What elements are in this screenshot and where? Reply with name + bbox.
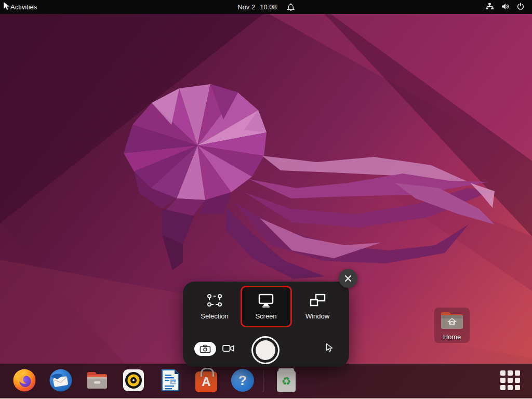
dock-background (0, 364, 532, 399)
notification-bell-icon (287, 3, 295, 11)
close-icon (344, 275, 352, 282)
selection-icon (205, 293, 224, 309)
folder-home-glyph (440, 311, 464, 330)
dock-files-icon[interactable] (85, 368, 110, 393)
capture-controls-row (183, 340, 349, 367)
software-bag-letter: A (202, 375, 210, 389)
ubuntu-desktop: Activities Nov 2 10:08 (0, 0, 532, 399)
pointer-icon (325, 343, 334, 353)
screen-icon (257, 293, 275, 309)
dock-show-applications-button[interactable] (498, 368, 523, 393)
dock-rhythmbox-icon[interactable] (121, 368, 146, 393)
mode-window-button[interactable]: Window (292, 286, 343, 327)
top-panel: Activities Nov 2 10:08 (0, 0, 532, 14)
capture-mode-row: Selection Screen Window (183, 286, 349, 327)
dock-firefox-icon[interactable] (12, 368, 37, 393)
mode-selection-label: Selection (201, 312, 228, 320)
window-icon (308, 293, 327, 309)
dock-thunderbird-icon[interactable] (48, 368, 73, 393)
home-folder-icon[interactable]: Home (434, 308, 470, 343)
photo-mode-toggle[interactable] (194, 342, 216, 356)
volume-icon (501, 3, 510, 12)
screenshot-dialog: Selection Screen Window (183, 282, 349, 367)
capture-button-inner (256, 340, 275, 360)
video-mode-toggle[interactable] (222, 344, 235, 355)
help-question-glyph: ? (238, 373, 247, 389)
camera-icon (200, 344, 211, 353)
activities-button[interactable]: Activities (7, 2, 40, 12)
mode-selection-button[interactable]: Selection (189, 286, 241, 327)
capture-button[interactable] (251, 336, 280, 364)
recycle-glyph: ♻ (282, 376, 291, 387)
dock-trash-icon[interactable]: ♻ (274, 368, 299, 393)
close-button[interactable] (339, 269, 357, 288)
app-grid-icon (500, 370, 520, 390)
clock-button[interactable]: Nov 2 10:08 (237, 0, 295, 14)
mode-window-label: Window (305, 312, 329, 320)
power-icon (516, 2, 525, 12)
clock-date: Nov 2 (237, 3, 255, 11)
mode-screen-button[interactable]: Screen (241, 286, 292, 327)
home-icon-label: Home (443, 333, 461, 341)
dock-separator (263, 370, 263, 392)
dock-ubuntu-software-icon[interactable]: A (194, 368, 219, 393)
network-icon (485, 3, 494, 12)
mode-screen-label: Screen (255, 312, 276, 320)
dock-help-icon[interactable]: ? (230, 368, 255, 393)
show-pointer-toggle[interactable] (325, 343, 334, 355)
clock-time: 10:08 (260, 3, 277, 11)
mouse-cursor (3, 1, 11, 14)
system-status-area[interactable] (485, 0, 527, 14)
dock-libreoffice-writer-icon[interactable] (157, 368, 182, 393)
video-camera-icon (222, 344, 235, 353)
